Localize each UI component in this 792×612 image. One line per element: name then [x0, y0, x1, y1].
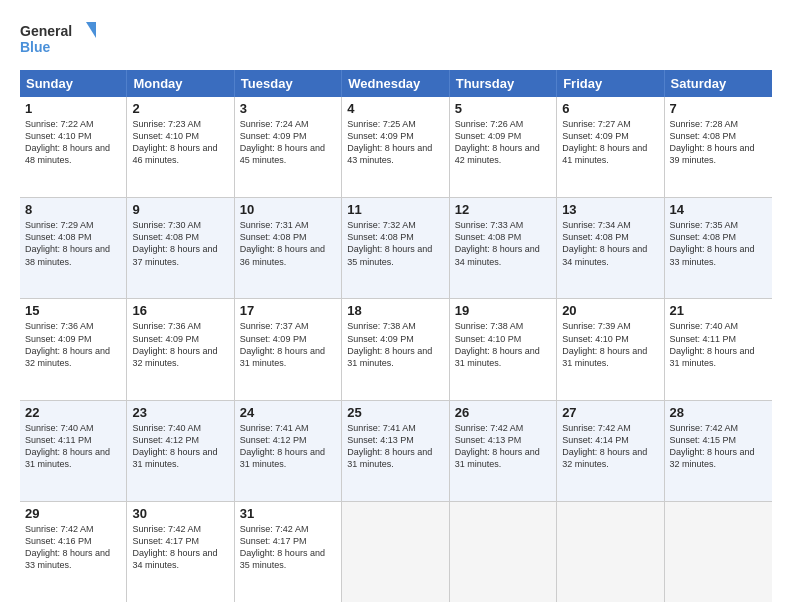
day-header-tuesday: Tuesday [235, 70, 342, 97]
calendar-cell [557, 502, 664, 602]
cell-info: Sunrise: 7:32 AMSunset: 4:08 PMDaylight:… [347, 219, 443, 268]
cell-info: Sunrise: 7:30 AMSunset: 4:08 PMDaylight:… [132, 219, 228, 268]
day-number: 18 [347, 303, 443, 318]
svg-marker-2 [86, 22, 96, 38]
cell-info: Sunrise: 7:33 AMSunset: 4:08 PMDaylight:… [455, 219, 551, 268]
cell-info: Sunrise: 7:40 AMSunset: 4:12 PMDaylight:… [132, 422, 228, 471]
calendar-cell: 11Sunrise: 7:32 AMSunset: 4:08 PMDayligh… [342, 198, 449, 298]
cell-info: Sunrise: 7:39 AMSunset: 4:10 PMDaylight:… [562, 320, 658, 369]
day-number: 14 [670, 202, 767, 217]
cell-info: Sunrise: 7:35 AMSunset: 4:08 PMDaylight:… [670, 219, 767, 268]
day-number: 3 [240, 101, 336, 116]
calendar-cell: 6Sunrise: 7:27 AMSunset: 4:09 PMDaylight… [557, 97, 664, 197]
day-number: 13 [562, 202, 658, 217]
header: General Blue [20, 18, 772, 60]
day-header-thursday: Thursday [450, 70, 557, 97]
cell-info: Sunrise: 7:42 AMSunset: 4:17 PMDaylight:… [132, 523, 228, 572]
day-number: 5 [455, 101, 551, 116]
calendar-cell: 16Sunrise: 7:36 AMSunset: 4:09 PMDayligh… [127, 299, 234, 399]
calendar-cell: 13Sunrise: 7:34 AMSunset: 4:08 PMDayligh… [557, 198, 664, 298]
calendar-cell: 20Sunrise: 7:39 AMSunset: 4:10 PMDayligh… [557, 299, 664, 399]
day-header-wednesday: Wednesday [342, 70, 449, 97]
cell-info: Sunrise: 7:24 AMSunset: 4:09 PMDaylight:… [240, 118, 336, 167]
cell-info: Sunrise: 7:26 AMSunset: 4:09 PMDaylight:… [455, 118, 551, 167]
day-number: 7 [670, 101, 767, 116]
calendar-cell: 28Sunrise: 7:42 AMSunset: 4:15 PMDayligh… [665, 401, 772, 501]
calendar-week-3: 15Sunrise: 7:36 AMSunset: 4:09 PMDayligh… [20, 299, 772, 400]
day-number: 20 [562, 303, 658, 318]
cell-info: Sunrise: 7:36 AMSunset: 4:09 PMDaylight:… [25, 320, 121, 369]
day-number: 23 [132, 405, 228, 420]
day-number: 9 [132, 202, 228, 217]
day-header-sunday: Sunday [20, 70, 127, 97]
day-number: 16 [132, 303, 228, 318]
calendar-cell: 14Sunrise: 7:35 AMSunset: 4:08 PMDayligh… [665, 198, 772, 298]
day-number: 27 [562, 405, 658, 420]
calendar-cell: 23Sunrise: 7:40 AMSunset: 4:12 PMDayligh… [127, 401, 234, 501]
day-number: 11 [347, 202, 443, 217]
calendar-week-2: 8Sunrise: 7:29 AMSunset: 4:08 PMDaylight… [20, 198, 772, 299]
svg-text:General: General [20, 23, 72, 39]
day-header-saturday: Saturday [665, 70, 772, 97]
cell-info: Sunrise: 7:40 AMSunset: 4:11 PMDaylight:… [25, 422, 121, 471]
day-number: 19 [455, 303, 551, 318]
day-number: 21 [670, 303, 767, 318]
day-header-monday: Monday [127, 70, 234, 97]
calendar-cell: 3Sunrise: 7:24 AMSunset: 4:09 PMDaylight… [235, 97, 342, 197]
calendar-body: 1Sunrise: 7:22 AMSunset: 4:10 PMDaylight… [20, 97, 772, 602]
logo-svg: General Blue [20, 18, 100, 60]
cell-info: Sunrise: 7:31 AMSunset: 4:08 PMDaylight:… [240, 219, 336, 268]
svg-text:Blue: Blue [20, 39, 51, 55]
calendar-cell: 31Sunrise: 7:42 AMSunset: 4:17 PMDayligh… [235, 502, 342, 602]
cell-info: Sunrise: 7:22 AMSunset: 4:10 PMDaylight:… [25, 118, 121, 167]
calendar-cell: 12Sunrise: 7:33 AMSunset: 4:08 PMDayligh… [450, 198, 557, 298]
calendar-cell: 2Sunrise: 7:23 AMSunset: 4:10 PMDaylight… [127, 97, 234, 197]
day-number: 17 [240, 303, 336, 318]
calendar-cell: 21Sunrise: 7:40 AMSunset: 4:11 PMDayligh… [665, 299, 772, 399]
cell-info: Sunrise: 7:28 AMSunset: 4:08 PMDaylight:… [670, 118, 767, 167]
day-number: 8 [25, 202, 121, 217]
day-number: 25 [347, 405, 443, 420]
logo: General Blue [20, 18, 100, 60]
calendar-cell [450, 502, 557, 602]
day-number: 26 [455, 405, 551, 420]
calendar-cell: 5Sunrise: 7:26 AMSunset: 4:09 PMDaylight… [450, 97, 557, 197]
cell-info: Sunrise: 7:42 AMSunset: 4:15 PMDaylight:… [670, 422, 767, 471]
calendar-cell: 22Sunrise: 7:40 AMSunset: 4:11 PMDayligh… [20, 401, 127, 501]
day-number: 6 [562, 101, 658, 116]
calendar-cell: 1Sunrise: 7:22 AMSunset: 4:10 PMDaylight… [20, 97, 127, 197]
calendar-cell [342, 502, 449, 602]
calendar-cell: 18Sunrise: 7:38 AMSunset: 4:09 PMDayligh… [342, 299, 449, 399]
day-number: 12 [455, 202, 551, 217]
cell-info: Sunrise: 7:41 AMSunset: 4:12 PMDaylight:… [240, 422, 336, 471]
cell-info: Sunrise: 7:23 AMSunset: 4:10 PMDaylight:… [132, 118, 228, 167]
calendar-cell: 30Sunrise: 7:42 AMSunset: 4:17 PMDayligh… [127, 502, 234, 602]
cell-info: Sunrise: 7:37 AMSunset: 4:09 PMDaylight:… [240, 320, 336, 369]
calendar-header: SundayMondayTuesdayWednesdayThursdayFrid… [20, 70, 772, 97]
day-number: 31 [240, 506, 336, 521]
day-number: 29 [25, 506, 121, 521]
cell-info: Sunrise: 7:42 AMSunset: 4:16 PMDaylight:… [25, 523, 121, 572]
cell-info: Sunrise: 7:29 AMSunset: 4:08 PMDaylight:… [25, 219, 121, 268]
day-number: 30 [132, 506, 228, 521]
calendar-cell: 4Sunrise: 7:25 AMSunset: 4:09 PMDaylight… [342, 97, 449, 197]
day-number: 22 [25, 405, 121, 420]
cell-info: Sunrise: 7:40 AMSunset: 4:11 PMDaylight:… [670, 320, 767, 369]
calendar-cell: 10Sunrise: 7:31 AMSunset: 4:08 PMDayligh… [235, 198, 342, 298]
cell-info: Sunrise: 7:42 AMSunset: 4:14 PMDaylight:… [562, 422, 658, 471]
cell-info: Sunrise: 7:38 AMSunset: 4:09 PMDaylight:… [347, 320, 443, 369]
calendar-week-1: 1Sunrise: 7:22 AMSunset: 4:10 PMDaylight… [20, 97, 772, 198]
day-number: 4 [347, 101, 443, 116]
calendar-cell: 17Sunrise: 7:37 AMSunset: 4:09 PMDayligh… [235, 299, 342, 399]
day-number: 28 [670, 405, 767, 420]
calendar-cell: 19Sunrise: 7:38 AMSunset: 4:10 PMDayligh… [450, 299, 557, 399]
calendar-cell: 29Sunrise: 7:42 AMSunset: 4:16 PMDayligh… [20, 502, 127, 602]
calendar-cell: 27Sunrise: 7:42 AMSunset: 4:14 PMDayligh… [557, 401, 664, 501]
page: General Blue SundayMondayTuesdayWednesda… [0, 0, 792, 612]
calendar-cell: 25Sunrise: 7:41 AMSunset: 4:13 PMDayligh… [342, 401, 449, 501]
calendar-cell: 15Sunrise: 7:36 AMSunset: 4:09 PMDayligh… [20, 299, 127, 399]
calendar-cell: 9Sunrise: 7:30 AMSunset: 4:08 PMDaylight… [127, 198, 234, 298]
calendar-cell: 8Sunrise: 7:29 AMSunset: 4:08 PMDaylight… [20, 198, 127, 298]
day-number: 15 [25, 303, 121, 318]
calendar-cell [665, 502, 772, 602]
